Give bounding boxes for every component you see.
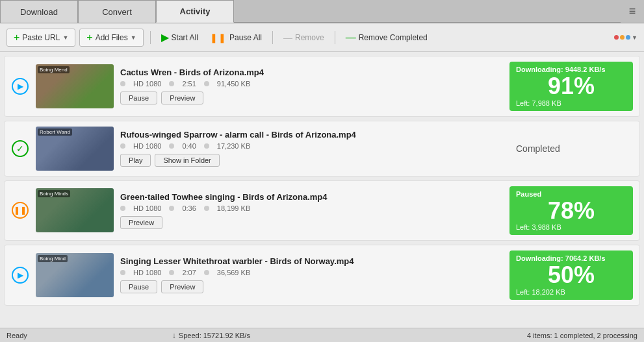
item-title-2: Rufous-winged Sparrow - alarm call - Bir… xyxy=(120,130,503,140)
toolbar: + Paste URL ▼ + Add Files ▼ ▶ Start All … xyxy=(0,23,644,52)
pause-all-button[interactable]: ❚❚ Pause All xyxy=(206,30,266,45)
minus-icon: — xyxy=(283,32,292,43)
meta-dot-1 xyxy=(120,270,125,275)
item-size: 17,230 KB xyxy=(217,142,250,150)
separator-2 xyxy=(272,31,273,44)
item-info-4: Singing Lesser Whitethroat warbler - Bir… xyxy=(120,256,503,293)
status-ready: Ready xyxy=(6,332,27,339)
thumb-label: Boing Mind xyxy=(38,255,68,262)
item-actions-2: PlayShow in Folder xyxy=(120,154,503,167)
separator-3 xyxy=(335,31,335,44)
tab-download[interactable]: Download xyxy=(0,0,78,23)
thumbnail-1: Boing Mend xyxy=(36,64,114,108)
item-title-3: Green-tailed Towhee singing - Birds of A… xyxy=(120,192,503,202)
status-icon-3: ❚❚ xyxy=(11,201,29,219)
status-percent: 50% xyxy=(516,262,626,288)
plus-icon: + xyxy=(14,32,19,43)
item-size: 36,569 KB xyxy=(217,269,250,276)
item-btn1-4[interactable]: Pause xyxy=(120,280,157,293)
more-options-button[interactable]: ▼ xyxy=(614,34,638,41)
meta-dot-1 xyxy=(120,206,125,211)
item-duration: 0:36 xyxy=(182,204,196,212)
meta-dot-3 xyxy=(204,143,209,149)
meta-dot-1 xyxy=(120,143,125,149)
download-arrow-icon: ↓ xyxy=(172,331,176,340)
item-btn1-2[interactable]: Play xyxy=(120,154,151,167)
status-text: Completed xyxy=(516,143,626,154)
item-info-2: Rufous-winged Sparrow - alarm call - Bir… xyxy=(120,130,503,167)
download-item-3: ❚❚ Boing Minds Green-tailed Towhee singi… xyxy=(4,180,640,241)
item-duration: 0:40 xyxy=(182,142,196,150)
status-panel-3: Paused 78% Left: 3,988 KB xyxy=(509,186,633,236)
meta-dot-2 xyxy=(169,270,174,275)
item-quality: HD 1080 xyxy=(133,142,161,150)
pause-status-icon: ❚❚ xyxy=(12,202,29,219)
item-duration: 2:51 xyxy=(182,80,196,88)
dots-dropdown-arrow: ▼ xyxy=(632,34,638,41)
item-size: 91,450 KB xyxy=(217,80,250,88)
download-item-2: ✓ Robert Wand Rufous-winged Sparrow - al… xyxy=(4,121,640,177)
status-panel-2: Completed xyxy=(509,140,633,158)
plus-icon-files: + xyxy=(86,32,92,43)
add-files-button[interactable]: + Add Files ▼ xyxy=(79,29,143,47)
status-percent: 78% xyxy=(516,198,626,224)
status-icon-1: ▶ xyxy=(11,77,29,95)
dot-blue xyxy=(626,35,630,40)
dot-red xyxy=(614,35,619,40)
play-status-icon: ▶ xyxy=(12,78,29,95)
check-status-icon: ✓ xyxy=(12,140,29,157)
tab-activity[interactable]: Activity xyxy=(156,0,234,23)
meta-dot-2 xyxy=(169,81,174,86)
download-list: ▶ Boing Mend Cactus Wren - Birds of Ariz… xyxy=(0,52,644,328)
thumb-label: Boing Minds xyxy=(38,190,70,197)
thumb-label: Robert Wand xyxy=(38,128,72,136)
thumbnail-4: Boing Mind xyxy=(36,253,114,297)
status-speed: ↓ Speed: 15721.92 KB/s xyxy=(172,331,250,340)
item-actions-3: Preview xyxy=(120,216,503,229)
dropdown-arrow-files: ▼ xyxy=(131,34,136,41)
remove-completed-button[interactable]: — Remove Completed xyxy=(342,29,431,46)
tab-convert[interactable]: Convert xyxy=(78,0,156,23)
item-meta-4: HD 1080 2:07 36,569 KB xyxy=(120,269,503,276)
item-btn2-2[interactable]: Show in Folder xyxy=(155,154,219,167)
status-bar: Ready ↓ Speed: 15721.92 KB/s 4 items: 1 … xyxy=(0,328,644,342)
status-panel-1: Downloading: 9448.2 KB/s 91% Left: 7,988… xyxy=(509,62,633,111)
item-btn2-4[interactable]: Preview xyxy=(161,280,203,293)
item-btn1-1[interactable]: Pause xyxy=(120,92,157,104)
status-icon-4: ▶ xyxy=(11,266,29,284)
status-percent: 91% xyxy=(516,73,626,99)
thumb-label: Boing Mend xyxy=(38,66,70,73)
start-all-button[interactable]: ▶ Start All xyxy=(157,29,202,46)
item-quality: HD 1080 xyxy=(133,80,161,88)
item-meta-3: HD 1080 0:36 18,199 KB xyxy=(120,204,503,212)
item-btn2-1[interactable]: Preview xyxy=(161,92,203,104)
item-meta-1: HD 1080 2:51 91,450 KB xyxy=(120,80,503,88)
status-icon-2: ✓ xyxy=(11,140,29,158)
meta-dot-3 xyxy=(204,206,209,211)
remove-completed-icon: — xyxy=(346,32,356,43)
meta-dot-2 xyxy=(169,143,174,149)
thumbnail-2: Robert Wand xyxy=(36,127,114,171)
item-btn2-3[interactable]: Preview xyxy=(120,216,162,229)
menu-button[interactable]: ≡ xyxy=(621,0,644,23)
download-item-1: ▶ Boing Mend Cactus Wren - Birds of Ariz… xyxy=(4,56,640,117)
download-item-4: ▶ Boing Mind Singing Lesser Whitethroat … xyxy=(4,245,640,306)
meta-dot-2 xyxy=(169,206,174,211)
paste-url-button[interactable]: + Paste URL ▼ xyxy=(6,29,75,47)
item-actions-1: PausePreview xyxy=(120,92,503,104)
pause-icon: ❚❚ xyxy=(210,32,227,43)
dot-orange xyxy=(620,35,625,40)
separator-1 xyxy=(150,31,151,44)
play-icon: ▶ xyxy=(161,31,169,43)
status-panel-4: Downloading: 7064.2 KB/s 50% Left: 18,20… xyxy=(509,250,633,300)
meta-dot-3 xyxy=(204,81,209,86)
item-quality: HD 1080 xyxy=(133,204,161,212)
item-actions-4: PausePreview xyxy=(120,280,503,293)
item-info-1: Cactus Wren - Birds of Arizona.mp4 HD 10… xyxy=(120,67,503,104)
meta-dot-3 xyxy=(204,270,209,275)
item-size: 18,199 KB xyxy=(217,204,250,212)
item-duration: 2:07 xyxy=(182,269,196,276)
thumbnail-3: Boing Minds xyxy=(36,188,114,232)
remove-button[interactable]: — Remove xyxy=(279,30,328,45)
item-info-3: Green-tailed Towhee singing - Birds of A… xyxy=(120,192,503,229)
